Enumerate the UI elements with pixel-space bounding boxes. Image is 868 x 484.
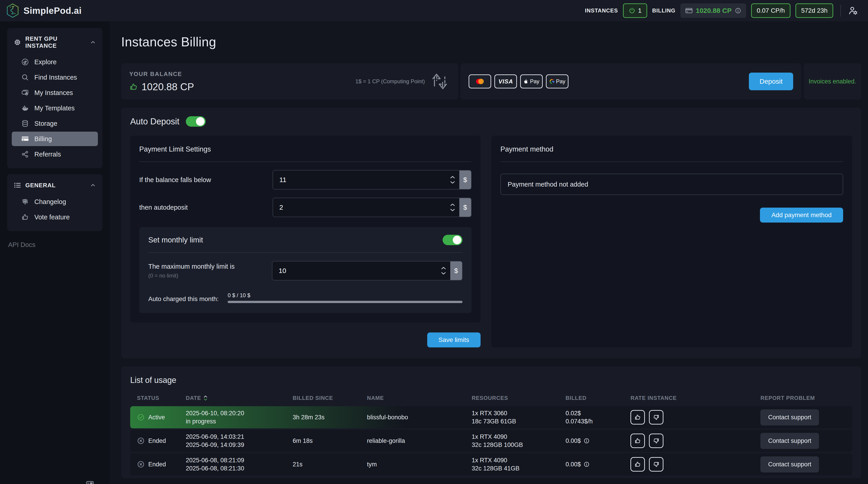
visa-logo: VISA [494, 74, 517, 88]
sidebar-group-label: RENT GPU INSTANCE [25, 35, 86, 49]
monthly-limit-toggle[interactable] [442, 235, 463, 245]
sidebar-item-referrals[interactable]: Referrals [12, 147, 98, 161]
add-payment-method-button[interactable]: Add payment method [760, 208, 843, 222]
instances-count: 1 [638, 7, 642, 14]
col-billed-since: BILLED SINCE [293, 395, 367, 401]
report-cell: Contact support [761, 433, 852, 449]
chevron-up-icon[interactable] [90, 182, 96, 188]
status-cell: Active [130, 414, 186, 421]
api-docs-link[interactable]: API Docs [8, 241, 110, 248]
currency-suffix: $ [450, 262, 462, 280]
sidebar-item-storage[interactable]: Storage [12, 116, 98, 131]
billed-since-cell: 21s [293, 461, 367, 468]
card-icon [685, 8, 692, 13]
list-icon [13, 181, 21, 189]
balance-threshold-stepper[interactable] [446, 176, 459, 184]
sidebar-group-general: GENERAL Changelog V [7, 174, 102, 231]
main-content: Instances Billing YOUR BALANCE 1020.88 C… [110, 21, 868, 484]
sidebar-item-billing[interactable]: Billing [12, 132, 98, 146]
report-cell: Contact support [761, 410, 852, 425]
then-autodeposit-label: then autodeposit [139, 204, 273, 211]
status-cell: Ended [130, 460, 186, 468]
instances-label: INSTANCES [585, 7, 618, 14]
docker-icon [21, 104, 29, 112]
col-date[interactable]: DATE [186, 395, 293, 401]
rate-down-button[interactable] [649, 457, 663, 472]
billed-cell: 0.00$ [565, 437, 630, 445]
cp-rate-badge: 0.07 CP/h [751, 3, 791, 18]
account-settings-icon[interactable] [848, 6, 858, 16]
billing-summary-row: YOUR BALANCE 1020.88 CP 1$ = 1 CP (Compu… [121, 63, 861, 99]
billed-cell: 0.02$ 0.0743$/h [565, 409, 630, 426]
report-cell: Contact support [761, 456, 852, 473]
monthly-limit-stepper[interactable] [437, 266, 450, 275]
database-icon [21, 120, 29, 127]
sidebar-item-label: Billing [34, 135, 52, 143]
sidebar-item-my-instances[interactable]: My Instances [12, 86, 98, 100]
brand-hexagon-icon [6, 3, 19, 18]
x-circle-icon [137, 460, 145, 468]
sort-icons[interactable] [204, 395, 208, 401]
sidebar-item-find-instances[interactable]: Find Instances [12, 70, 98, 85]
rate-down-button[interactable] [649, 410, 663, 425]
balance-threshold-input[interactable] [273, 176, 446, 184]
time-left-badge: 572d 23h [796, 3, 833, 18]
contact-support-button[interactable]: Contact support [761, 433, 819, 449]
sidebar-item-label: Changelog [34, 198, 66, 206]
resources-cell: 1x RTX 4090 32c 128GB 41GB [472, 456, 565, 473]
autodeposit-amount-input-group: $ [273, 198, 471, 217]
sidebar-item-label: Find Instances [34, 74, 77, 81]
autodeposit-amount-stepper[interactable] [446, 203, 459, 212]
auto-charged-value: 0 $ / 10 $ [228, 292, 462, 299]
instances-badge[interactable]: 1 [623, 3, 647, 18]
topbar: SimplePod.ai INSTANCES 1 BILLING 1020.88… [0, 0, 868, 21]
auto-deposit-toggle[interactable] [186, 116, 206, 127]
autodeposit-amount-input[interactable] [273, 204, 446, 211]
cp-rate-value: 0.07 CP/h [757, 7, 785, 14]
rate-up-button[interactable] [630, 457, 645, 472]
time-left-value: 572d 23h [801, 7, 828, 14]
apple-pay-logo: Pay [520, 74, 543, 88]
thumbs-up-icon [21, 213, 29, 221]
contact-support-button[interactable]: Contact support [761, 410, 819, 425]
payment-method-empty-box: Payment method not added [500, 174, 843, 195]
billing-balance-pill[interactable]: 1020.88 CP [680, 3, 746, 18]
usage-table: STATUS DATE BILLED SINCE NAME RESOURCES … [130, 395, 852, 476]
brand-logo[interactable]: SimplePod.ai [6, 3, 82, 18]
info-icon[interactable] [584, 438, 590, 444]
sidebar-item-changelog[interactable]: Changelog [12, 194, 98, 209]
power-icon [629, 7, 636, 14]
check-circle-icon [137, 414, 145, 421]
telescope-icon [21, 58, 29, 66]
monthly-limit-input[interactable] [272, 267, 437, 275]
x-circle-icon [137, 437, 145, 445]
no-limit-hint: (0 = no limit) [148, 273, 272, 279]
rate-up-button[interactable] [630, 433, 645, 448]
usage-row: Ended 2025-06-09, 14:03:21 2025-06-09, 1… [130, 430, 852, 452]
sidebar-group-rent-gpu-header[interactable]: RENT GPU INSTANCE [12, 34, 98, 54]
mastercard-logo [469, 74, 491, 88]
contact-support-button[interactable]: Contact support [761, 456, 819, 473]
chevron-up-icon[interactable] [90, 39, 96, 46]
billed-since-cell: 6m 18s [293, 437, 367, 445]
usage-row: Active 2025-06-10, 08:20:20 in progress … [130, 406, 852, 428]
sidebar-group-general-header[interactable]: GENERAL [12, 180, 98, 193]
rate-up-button[interactable] [630, 410, 645, 425]
col-billed: BILLED [565, 395, 630, 401]
rate-down-button[interactable] [649, 433, 663, 448]
monthly-limit-input-group: $ [272, 261, 463, 280]
save-limits-button[interactable]: Save limits [427, 332, 480, 347]
sidebar-item-explore[interactable]: Explore [12, 55, 98, 69]
deposit-button[interactable]: Deposit [749, 72, 793, 90]
sidebar-item-my-templates[interactable]: My Templates [12, 101, 98, 115]
usage-card: List of usage STATUS DATE BILLED SINCE N… [121, 366, 861, 478]
monthly-progress-bar [228, 301, 462, 303]
sidebar-item-vote-feature[interactable]: Vote feature [12, 210, 98, 224]
usage-title: List of usage [130, 375, 852, 385]
info-icon[interactable] [584, 461, 590, 467]
name-cell: blissful-bonobo [367, 414, 472, 421]
sidebar-item-label: Vote feature [34, 213, 70, 221]
sidebar-collapse-icon[interactable] [86, 480, 94, 484]
col-report-problem: REPORT PROBLEM [761, 395, 852, 401]
name-cell: reliable-gorilla [367, 437, 472, 445]
